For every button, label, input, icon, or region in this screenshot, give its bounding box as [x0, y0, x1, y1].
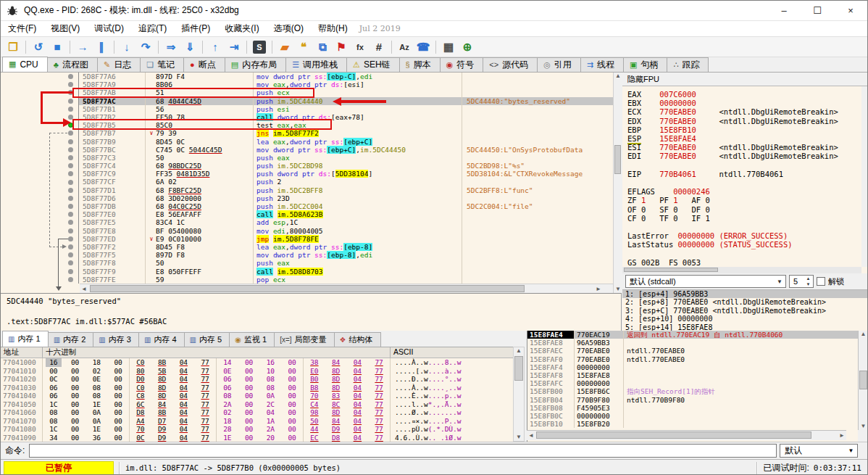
dump-byte[interactable]: 16 [262, 358, 278, 367]
maximize-button[interactable]: ☐ [801, 1, 834, 20]
dump-byte[interactable]: 2A [262, 425, 278, 434]
breakpoint-gutter[interactable] [1, 138, 79, 146]
run-icon[interactable]: → [74, 39, 91, 55]
tab-CPU[interactable]: ▦CPU [2, 57, 48, 72]
disasm-row-5D8F77F8[interactable]: 5D8F77F850push eax [1, 259, 613, 267]
command-input[interactable] [29, 444, 777, 458]
dump-byte[interactable]: 08 [220, 392, 235, 400]
breakpoint-gutter[interactable] [1, 186, 79, 194]
dump-byte[interactable]: 83 [328, 392, 344, 400]
dump-byte[interactable]: 77 [197, 425, 213, 434]
breakpoint-gutter[interactable] [1, 121, 79, 129]
dump-byte[interactable]: D9 [154, 434, 170, 442]
dump-byte[interactable]: 08 [88, 392, 104, 400]
dump-byte[interactable]: 00 [67, 358, 83, 367]
stack-row-15E8FB00[interactable]: 15E8FB0015E8FB6C指向SEH_Record[1]的指针 [527, 387, 858, 395]
dump-byte[interactable]: 8D [154, 384, 170, 392]
tab-句柄[interactable]: ▣句柄 [623, 57, 667, 72]
dump-byte[interactable]: 00 [110, 417, 126, 426]
registers-vscrollbar[interactable] [861, 86, 868, 267]
tab-监视 1[interactable]: ◉监视 1 [229, 332, 275, 347]
attach-icon[interactable]: ☎ [414, 39, 432, 55]
dump-byte[interactable]: 02 [220, 408, 235, 417]
disasm-row-5D8F77C4[interactable]: 5D8F77C468 98BDC25Dpush im.5DC2BD985DC2B… [1, 162, 613, 170]
tab-内存 3[interactable]: ▥内存 3 [93, 332, 139, 347]
dump-byte[interactable]: 04 [349, 392, 365, 400]
dump-byte[interactable]: 77 [371, 392, 387, 400]
dump-byte[interactable]: 20 [262, 434, 278, 442]
dump-byte[interactable]: 00 [67, 375, 83, 384]
dump-row-77041080[interactable]: 770410801C001E0070D9047728002A0044D90477… [1, 425, 513, 434]
stack-row-15E8FB10[interactable]: 15E8FB1015E8FB20 [527, 420, 858, 428]
dump-byte[interactable]: 04 [349, 425, 365, 434]
breakpoint-dot-icon[interactable] [68, 180, 73, 185]
comment-icon[interactable]: ❝ [295, 39, 312, 55]
tab-笔记[interactable]: ❏笔记 [140, 57, 184, 72]
dump-byte[interactable]: 00 [284, 384, 300, 392]
dump-byte[interactable]: 00 [110, 408, 126, 417]
dump-col-address[interactable]: 地址 [1, 347, 43, 358]
close-button[interactable]: × [834, 1, 867, 20]
dump-byte[interactable]: D8 [133, 408, 149, 417]
dump-byte[interactable]: 0A [88, 408, 104, 417]
breakpoint-gutter[interactable] [1, 146, 79, 154]
breakpoint-dot-icon[interactable] [68, 74, 73, 79]
dump-byte[interactable]: 04 [175, 425, 191, 434]
dump-byte[interactable]: 8D [328, 375, 344, 384]
dump-byte[interactable]: 18 [88, 358, 104, 367]
dump-byte[interactable]: 00 [284, 367, 300, 376]
dump-byte[interactable]: 06 [220, 384, 235, 392]
arg-depth-stepper[interactable]: 5 ▲▼ [789, 275, 814, 288]
tab-内存 2[interactable]: ▥内存 2 [48, 332, 94, 347]
registers-hscrollbar[interactable] [622, 267, 861, 273]
breakpoint-dot-icon[interactable] [68, 252, 73, 257]
hash-icon[interactable]: # [370, 39, 388, 55]
disasm-row-5D8F77E8[interactable]: 5D8F77E8BF 05400080mov edi,80004005 [1, 227, 613, 235]
register-line[interactable]: OF 0 SF 0 DF 0 [627, 205, 861, 214]
dump-byte[interactable]: 77 [371, 417, 387, 426]
disasm-row-5D8F77B9[interactable]: 5D8F77B98D45 0Clea eax,dword ptr ss:[ebp… [1, 138, 613, 146]
dump-byte[interactable]: 00 [110, 384, 126, 392]
tab-内存布局[interactable]: ▤内存布局 [225, 57, 286, 72]
register-line[interactable]: EDI 770EABE0 <ntdll.DbgUiRemoteBreakin> [627, 152, 861, 160]
dump-row-77041020[interactable]: 770410200C000E00D08D047706000800B08D0477… [1, 375, 513, 384]
tab-引用[interactable]: ◎引用 [537, 57, 581, 72]
register-line[interactable]: LastStatus 00000000 (STATUS_SUCCESS) [627, 240, 861, 249]
dump-row-77041090[interactable]: 77041090340036000CD904771E002000ECD80477… [1, 434, 513, 442]
register-line[interactable] [627, 223, 861, 231]
dump-byte[interactable]: 16 [46, 358, 62, 367]
register-line[interactable] [627, 249, 861, 258]
dump-byte[interactable]: 04 [349, 367, 365, 376]
disasm-row-5D8F77B5[interactable]: 5D8F77B585C0test eax,eax [1, 121, 613, 129]
disasm-row-5D8F77FE[interactable]: 5D8F77FE59pop ecx [1, 276, 613, 284]
menu-插件P[interactable]: 插件(P) [174, 21, 217, 36]
register-line[interactable]: GS 002B FS 0053 [627, 258, 861, 267]
dump-byte[interactable]: 00 [241, 358, 257, 367]
tab-流程图[interactable]: ♣流程图 [47, 57, 98, 72]
dump-byte[interactable]: A4 [133, 417, 149, 426]
disasm-row-5D8F77B2[interactable]: 5D8F77B2FF50 78call dword ptr ds:[eax+78… [1, 113, 613, 121]
function-icon[interactable]: fx [351, 39, 369, 55]
dump-row-77041050[interactable]: 770410501C001E006C8404772A002C00C48C0477… [1, 400, 513, 409]
dump-byte[interactable]: 04 [349, 408, 365, 417]
dump-byte[interactable]: 98 [306, 408, 322, 417]
dump-byte[interactable]: 00 [110, 425, 126, 434]
disasm-vscrollbar[interactable]: ▲ ▼ [613, 73, 622, 293]
dump-byte[interactable]: 77 [371, 375, 387, 384]
dump-byte[interactable]: 77 [197, 375, 213, 384]
stack-row-15E8FAF4[interactable]: 15E8FAF400000000 [527, 363, 858, 371]
register-line[interactable]: EBX 00000000 [627, 99, 861, 107]
dump-byte[interactable]: 44 [306, 425, 322, 434]
breakpoint-dot-icon[interactable] [68, 188, 73, 193]
call-argument-row[interactable]: 2: [esp+8] 770EABE0 <ntdll.DbgUiRemoteBr… [622, 298, 868, 306]
dump-byte[interactable]: C0 [133, 384, 149, 392]
stack-row-15E8FB08[interactable]: 15E8FB08F45905E3 [527, 404, 858, 412]
tab-日志[interactable]: ✎日志 [97, 57, 141, 72]
breakpoint-gutter[interactable] [1, 227, 79, 235]
breakpoint-dot-icon[interactable] [68, 163, 73, 168]
dump-byte[interactable]: 8D [328, 367, 344, 376]
patch-icon[interactable]: ▰ [276, 39, 293, 55]
stack-hscrollbar[interactable]: ◄ ► [527, 430, 846, 440]
dump-byte[interactable]: 08 [88, 384, 104, 392]
dump-byte[interactable]: 04 [349, 434, 365, 442]
